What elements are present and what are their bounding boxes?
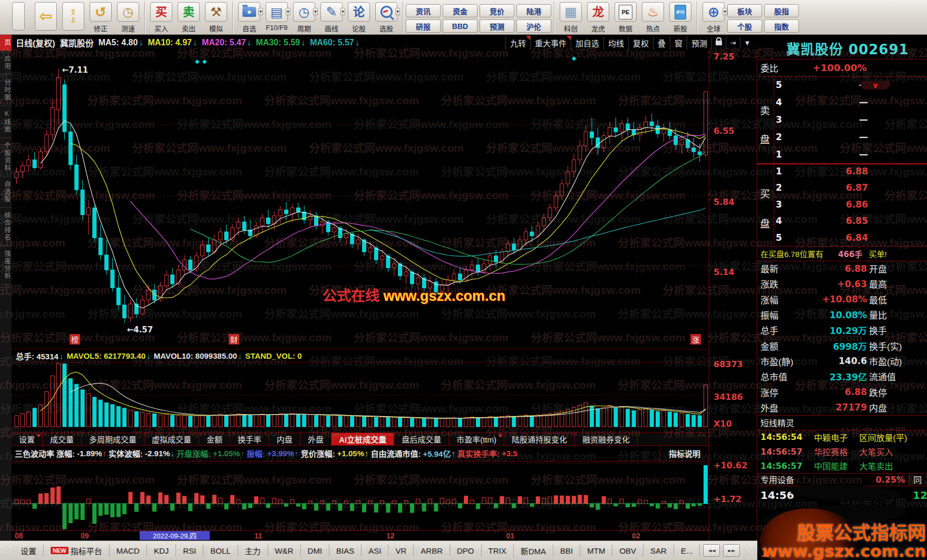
toolbar-沪伦-button[interactable]: 沪伦 xyxy=(516,19,551,33)
indicator-tab-市盈率(ttm)[interactable]: 市盈率(ttm) xyxy=(449,433,504,445)
event-marker-财[interactable]: 财 xyxy=(229,334,239,345)
indicator-tab-金额[interactable]: 金额 xyxy=(199,433,230,445)
indicator-tab-外盘[interactable]: 外盘 xyxy=(300,433,331,445)
toolbar-global-market-button[interactable]: ⊕▾全球 xyxy=(700,1,727,34)
dropdown-caret-icon[interactable]: ▾ xyxy=(395,8,400,15)
toolbar-股指-button[interactable]: 股指 xyxy=(764,4,799,17)
lock-icon[interactable] xyxy=(711,37,726,48)
buy-queue-row-5[interactable]: 56.84 xyxy=(757,230,927,246)
sell-queue-row-5[interactable]: 5— xyxy=(757,76,927,94)
sidebar-item-5[interactable]: 个股资料 xyxy=(0,138,12,176)
header-button-叠[interactable]: 叠 xyxy=(653,36,670,50)
toolbar-hot-spot-button[interactable]: ♨热点 xyxy=(640,1,666,34)
shortline-alert-3[interactable]: 14:56:57中国能建大笔卖出 xyxy=(757,459,927,473)
bottom-tab-指标平台[interactable]: NEW指标平台 xyxy=(44,544,110,557)
bottom-tab-E...[interactable]: E... xyxy=(674,544,700,557)
toolbar-fix-data-button[interactable]: ↺修正 xyxy=(87,1,114,34)
bottom-tab-MTM[interactable]: MTM xyxy=(580,544,612,557)
indicator-tab-设置[interactable]: 设置 xyxy=(12,433,43,445)
toolbar-back-button[interactable]: ⇦ xyxy=(33,1,59,34)
toolbar-资讯-button[interactable]: 资讯 xyxy=(406,4,441,17)
toolbar-buy-button[interactable]: 买买入 xyxy=(148,1,174,34)
dropdown-caret-icon[interactable]: ▾ xyxy=(258,8,263,15)
toolbar-指数-button[interactable]: 指数 xyxy=(764,19,799,33)
toolbar-个股-button[interactable]: 个股 xyxy=(727,19,762,33)
toolbar-预测-button[interactable]: 预测 xyxy=(480,19,514,33)
toolbar-new-shares-button[interactable]: IPO新股 xyxy=(667,1,694,34)
buy-queue-row-1[interactable]: 16.88 xyxy=(757,163,927,180)
dropdown-caret-icon[interactable]: ▾ xyxy=(340,8,345,15)
indicator-tab-成交量[interactable]: 成交量 xyxy=(43,433,82,445)
dropdown-caret-icon[interactable]: ▾ xyxy=(313,8,318,15)
bottom-tab-BOLL[interactable]: BOLL xyxy=(203,544,238,557)
indicator-tab-AI立桩成交量[interactable]: AI立桩成交量 xyxy=(331,433,394,445)
sidebar-item-2[interactable]: 应用 xyxy=(0,51,12,75)
toolbar-竞价-button[interactable]: 竞价 xyxy=(480,4,514,17)
header-button-复权[interactable]: 复权 xyxy=(628,36,653,50)
bottom-tab-DMI[interactable]: DMI xyxy=(301,544,330,557)
header-button-窗[interactable]: 窗 xyxy=(670,36,687,50)
indicator-tab-多周期成交量[interactable]: 多周期成交量 xyxy=(82,433,144,445)
header-button-预测[interactable]: 预测 xyxy=(687,36,711,50)
sector-row[interactable]: 专用设备0.25%同 xyxy=(757,473,927,486)
toolbar-研报-button[interactable]: 研报 xyxy=(406,19,441,33)
bottom-tab-BBI[interactable]: BBI xyxy=(553,544,580,557)
toolbar-star-market-button[interactable]: ▦科创 xyxy=(558,1,584,34)
toolbar-period-button[interactable]: ◷▾周期 xyxy=(291,1,317,34)
sidebar-item-8[interactable]: 强度分析 xyxy=(0,246,12,284)
bottom-tab-设置[interactable]: 设置 xyxy=(14,544,44,557)
toolbar-stock-forum-button[interactable]: 论论股 xyxy=(346,1,372,34)
bottom-tab-ASI[interactable]: ASI xyxy=(362,544,388,557)
event-marker-涨[interactable]: 涨 xyxy=(690,334,701,345)
bottom-tab-主力[interactable]: 主力 xyxy=(238,544,268,557)
toolbar-stock-picker-button[interactable]: ▾选股 xyxy=(373,1,399,34)
bottom-tab-MACD[interactable]: MACD xyxy=(110,544,147,557)
bottom-tab-SAR[interactable]: SAR xyxy=(643,544,674,557)
toolbar-page-up-down-button[interactable]: ⇧⇩ xyxy=(60,1,86,34)
toolbar-资金-button[interactable]: 资金 xyxy=(443,4,477,17)
next-indicator-button[interactable]: ►► xyxy=(723,544,740,557)
sidebar-item-4[interactable]: K线图 xyxy=(0,106,12,138)
bottom-tab-OBV[interactable]: OBV xyxy=(612,544,643,557)
volume-chart[interactable] xyxy=(12,362,709,433)
sell-queue-row-2[interactable]: 2— xyxy=(757,129,927,146)
indicator-tab-融资融券变化[interactable]: 融资融券变化 xyxy=(575,433,638,445)
queue-expand-chevron[interactable]: ∨ xyxy=(861,81,890,90)
event-marker-榜[interactable]: 榜 xyxy=(70,334,80,345)
sidebar-item-3[interactable]: 分时图 xyxy=(0,75,12,106)
dropdown-caret-icon[interactable]: ▼ xyxy=(740,37,754,48)
toolbar-simulate-trade-button[interactable]: ⚒模拟 xyxy=(203,1,229,34)
sidebar-item-1[interactable]: 页 xyxy=(0,35,12,51)
sell-queue-row-4[interactable]: 4— xyxy=(757,94,927,111)
bottom-tab-DPO[interactable]: DPO xyxy=(450,544,482,557)
dropdown-caret-icon[interactable]: ▾ xyxy=(286,8,290,15)
bottom-tab-新DMA[interactable]: 新DMA xyxy=(514,544,553,557)
buy-queue-row-2[interactable]: 26.87 xyxy=(757,180,927,196)
shortline-alert-1[interactable]: 14:56:54中颖电子区间放量(平) xyxy=(757,430,927,444)
toolbar-draw-line-button[interactable]: ✎▾画线 xyxy=(318,1,345,34)
sell-queue-row-3[interactable]: 3— xyxy=(757,111,927,129)
header-button-重大事件[interactable]: 重大事件 xyxy=(530,36,571,50)
bottom-tab-RSI[interactable]: RSI xyxy=(176,544,203,557)
snap-right-icon[interactable]: ⇥ xyxy=(726,37,740,48)
indicator-tab-陆股通持股变化[interactable]: 陆股通持股变化 xyxy=(504,433,575,445)
toolbar-f10-f9-button[interactable]: ▤▾F10/F9 xyxy=(264,1,290,34)
indicator-tab-换手率[interactable]: 换手率 xyxy=(230,433,269,445)
indicator-tab-内盘[interactable]: 内盘 xyxy=(269,433,300,445)
toolbar-BBD-button[interactable]: BBD xyxy=(443,19,477,33)
toolbar-data-center-button[interactable]: PE数据 xyxy=(612,1,639,34)
toolbar-app-grid-button[interactable] xyxy=(5,1,32,34)
sub-indicator-chart[interactable] xyxy=(12,461,709,530)
kline-chart[interactable]: ←7.11←4.57榜财涨◆◆◆公式在线 www.gszx.com.cn xyxy=(12,51,709,349)
bottom-tab-KDJ[interactable]: KDJ xyxy=(147,544,176,557)
toolbar-陆港-button[interactable]: 陆港 xyxy=(516,4,551,17)
toolbar-speed-test-button[interactable]: ◷测速 xyxy=(115,1,141,34)
indicator-tab-虚拟成交量[interactable]: 虚拟成交量 xyxy=(144,433,199,445)
header-button-九转[interactable]: 九转 xyxy=(505,36,530,50)
sidebar-item-7[interactable]: 综合排名 xyxy=(0,208,12,246)
sell-queue-row-1[interactable]: 1— xyxy=(757,146,927,163)
header-button-加自选[interactable]: 加自选 xyxy=(571,36,603,50)
toolbar-sell-button[interactable]: 卖卖出 xyxy=(175,1,202,34)
bottom-tab-VR[interactable]: VR xyxy=(388,544,414,557)
bottom-tab-TRIX[interactable]: TRIX xyxy=(482,544,514,557)
